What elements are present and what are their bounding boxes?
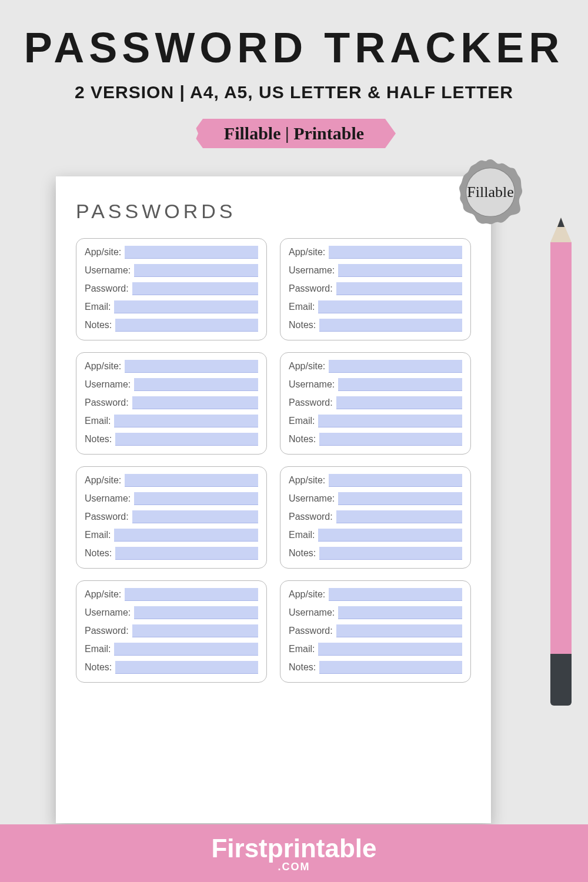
field-label-notes: Notes: <box>85 662 112 673</box>
field-label-password: Password: <box>85 512 129 522</box>
email-input[interactable] <box>318 529 462 542</box>
field-row-password: Password: <box>85 282 258 295</box>
password-input[interactable] <box>132 510 258 523</box>
field-label-email: Email: <box>289 416 315 426</box>
field-label-email: Email: <box>85 416 111 426</box>
password-card: App/site:Username:Password:Email:Notes: <box>280 466 471 569</box>
field-row-app: App/site: <box>289 588 462 601</box>
username-input[interactable] <box>338 378 462 391</box>
password-input[interactable] <box>132 282 258 295</box>
field-row-notes: Notes: <box>289 661 462 674</box>
field-label-app: App/site: <box>289 361 325 372</box>
footer-tld: .COM <box>278 861 310 873</box>
sheet-title: PASSWORDS <box>76 200 471 223</box>
username-input[interactable] <box>338 264 462 277</box>
field-row-notes: Notes: <box>289 433 462 446</box>
email-input[interactable] <box>318 300 462 313</box>
field-row-username: Username: <box>85 264 258 277</box>
field-label-notes: Notes: <box>289 548 316 559</box>
email-input[interactable] <box>318 643 462 656</box>
field-label-username: Username: <box>289 493 335 504</box>
field-row-notes: Notes: <box>85 547 258 560</box>
password-input[interactable] <box>336 396 462 409</box>
field-label-username: Username: <box>289 607 335 618</box>
notes-input[interactable] <box>115 319 258 332</box>
app-input[interactable] <box>125 588 258 601</box>
notes-input[interactable] <box>319 661 462 674</box>
field-label-username: Username: <box>85 607 131 618</box>
password-input[interactable] <box>132 624 258 637</box>
app-input[interactable] <box>329 360 462 373</box>
password-card: App/site:Username:Password:Email:Notes: <box>76 466 267 569</box>
app-input[interactable] <box>329 246 462 259</box>
field-row-notes: Notes: <box>289 319 462 332</box>
field-row-password: Password: <box>289 624 462 637</box>
notes-input[interactable] <box>115 547 258 560</box>
field-label-password: Password: <box>289 283 333 294</box>
field-row-app: App/site: <box>85 588 258 601</box>
email-input[interactable] <box>114 643 258 656</box>
field-row-notes: Notes: <box>85 319 258 332</box>
password-card: App/site:Username:Password:Email:Notes: <box>280 352 471 455</box>
field-row-app: App/site: <box>85 360 258 373</box>
field-label-app: App/site: <box>85 361 121 372</box>
field-label-email: Email: <box>85 302 111 312</box>
field-row-app: App/site: <box>85 246 258 259</box>
page-title: PASSWORD TRACKER <box>0 24 588 72</box>
password-card: App/site:Username:Password:Email:Notes: <box>76 238 267 340</box>
password-input[interactable] <box>336 282 462 295</box>
footer: Firstprintable .COM <box>0 824 588 882</box>
notes-input[interactable] <box>115 433 258 446</box>
field-row-username: Username: <box>289 606 462 619</box>
notes-input[interactable] <box>319 547 462 560</box>
field-row-password: Password: <box>85 396 258 409</box>
field-label-app: App/site: <box>85 589 121 600</box>
email-input[interactable] <box>318 415 462 427</box>
page-subtitle: 2 VERSION | A4, A5, US LETTER & HALF LET… <box>0 82 588 102</box>
field-label-email: Email: <box>85 644 111 654</box>
email-input[interactable] <box>114 529 258 542</box>
field-label-email: Email: <box>289 302 315 312</box>
seal-label: Fillable <box>467 183 513 201</box>
fillable-seal-badge: Fillable <box>455 156 526 228</box>
app-input[interactable] <box>329 588 462 601</box>
field-label-app: App/site: <box>289 589 325 600</box>
field-row-email: Email: <box>85 415 258 427</box>
email-input[interactable] <box>114 415 258 427</box>
field-row-app: App/site: <box>289 474 462 487</box>
field-row-password: Password: <box>289 396 462 409</box>
username-input[interactable] <box>134 606 258 619</box>
field-label-email: Email: <box>289 644 315 654</box>
field-label-email: Email: <box>85 530 111 540</box>
field-label-notes: Notes: <box>289 434 316 445</box>
username-input[interactable] <box>134 378 258 391</box>
field-label-password: Password: <box>289 512 333 522</box>
username-input[interactable] <box>134 492 258 505</box>
notes-input[interactable] <box>319 433 462 446</box>
app-input[interactable] <box>329 474 462 487</box>
password-input[interactable] <box>336 510 462 523</box>
email-input[interactable] <box>114 300 258 313</box>
username-input[interactable] <box>338 606 462 619</box>
footer-brand: Firstprintable <box>211 834 376 863</box>
app-input[interactable] <box>125 474 258 487</box>
notes-input[interactable] <box>115 661 258 674</box>
username-input[interactable] <box>338 492 462 505</box>
username-input[interactable] <box>134 264 258 277</box>
password-card: App/site:Username:Password:Email:Notes: <box>280 238 471 340</box>
field-row-email: Email: <box>289 415 462 427</box>
password-input[interactable] <box>336 624 462 637</box>
field-row-email: Email: <box>289 300 462 313</box>
app-input[interactable] <box>125 360 258 373</box>
field-row-app: App/site: <box>289 246 462 259</box>
app-input[interactable] <box>125 246 258 259</box>
field-label-password: Password: <box>289 397 333 408</box>
notes-input[interactable] <box>319 319 462 332</box>
field-label-password: Password: <box>85 626 129 636</box>
password-input[interactable] <box>132 396 258 409</box>
field-label-username: Username: <box>289 379 335 390</box>
field-row-email: Email: <box>85 643 258 656</box>
field-row-password: Password: <box>289 510 462 523</box>
field-label-email: Email: <box>289 530 315 540</box>
field-row-email: Email: <box>289 529 462 542</box>
